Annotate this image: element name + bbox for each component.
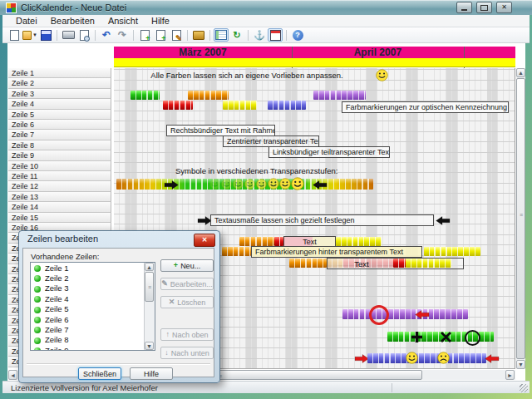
close-button[interactable]: ✕ <box>496 2 512 13</box>
toolbar-add-entry-button[interactable]: + <box>137 28 152 42</box>
rows-listbox[interactable]: ▲ ≡ ▼ Zeile 1Zeile 2Zeile 3Zeile 4Zeile … <box>30 262 155 351</box>
happy-smiley-icon[interactable] <box>268 178 279 190</box>
menu-item-bearbeiten[interactable]: Bearbeiten <box>44 16 101 26</box>
calendar-bar-orange[interactable] <box>222 247 251 256</box>
annotation-box[interactable]: Farbmarkierungen hinter transparentem Te… <box>251 246 422 258</box>
vertical-scrollbar[interactable]: ▲ ≡ ▼ <box>516 68 525 369</box>
calendar-bar-blue[interactable] <box>268 101 306 110</box>
menu-item-datei[interactable]: Datei <box>9 16 44 26</box>
vertical-scroll-thumb[interactable]: ≡ <box>516 78 525 359</box>
cross-marker-icon[interactable] <box>440 331 452 343</box>
calendar-bar-red[interactable] <box>274 237 283 246</box>
row-label[interactable]: Zeile 10 <box>8 161 111 171</box>
calendar-bar-yellow[interactable] <box>424 247 480 256</box>
dialog-close-button[interactable]: ✕ <box>194 234 215 247</box>
list-item[interactable]: Zeile 3 <box>31 283 155 293</box>
row-label[interactable]: Zeile 6 <box>8 120 111 130</box>
annotation-box[interactable]: Farbmarkierungen zur optischen Kennzeich… <box>342 101 509 113</box>
toolbar-print-button[interactable] <box>61 28 76 42</box>
toolbar-print-preview-button[interactable] <box>76 28 91 42</box>
help-button[interactable]: Hilfe <box>130 367 173 380</box>
happy-smiley-icon[interactable] <box>221 179 232 190</box>
annotation-box[interactable]: Zentrierter transparenter Text <box>223 135 319 147</box>
annotation-box[interactable]: Rechtsbündiger Text mit Rahmen <box>166 125 275 136</box>
arrow-left-icon[interactable] <box>436 216 451 225</box>
toolbar-redo-button[interactable]: ↷ <box>115 28 130 42</box>
new-row-button[interactable]: +Neu... <box>160 259 214 272</box>
toolbar-toggle-calendar-button[interactable] <box>268 28 283 42</box>
arrow-right-icon[interactable] <box>164 180 179 190</box>
resize-grip[interactable] <box>520 384 528 392</box>
happy-smiley-icon[interactable] <box>209 179 220 190</box>
plus-marker-icon[interactable] <box>411 331 423 343</box>
toolbar-add-series-button[interactable]: + <box>153 28 168 42</box>
toolbar-options-button[interactable] <box>191 28 206 42</box>
scroll-left-button[interactable]: ◄ <box>8 370 17 380</box>
toolbar-undo-button[interactable]: ↶ <box>99 28 114 42</box>
toolbar-help-button[interactable]: ? <box>290 28 305 42</box>
toolbar-anchor-button[interactable]: ⚓ <box>252 28 267 42</box>
toolbar-refresh-view-button[interactable]: ↻ <box>229 28 244 42</box>
calendar-bar-green[interactable] <box>131 91 160 100</box>
row-label[interactable]: Zeile 15 <box>8 213 111 223</box>
row-label[interactable]: Zeile 13 <box>8 192 111 202</box>
list-item[interactable]: Zeile 9 <box>31 345 155 351</box>
arrow-left-icon[interactable] <box>485 354 500 363</box>
move-up-button[interactable]: ↑Nach oben <box>160 328 214 341</box>
maximize-button[interactable] <box>476 2 492 13</box>
menu-item-hilfe[interactable]: Hilfe <box>145 16 176 26</box>
scroll-down-button[interactable]: ▼ <box>516 360 525 369</box>
annotation-box[interactable]: Linksbündiger teiltransparenter Text <box>268 146 390 158</box>
row-label[interactable]: Zeile 2 <box>8 78 111 88</box>
list-item[interactable]: Zeile 2 <box>31 273 155 283</box>
calendar-bar-red[interactable] <box>163 101 193 110</box>
list-item[interactable]: Zeile 6 <box>31 314 155 324</box>
move-down-button[interactable]: ↓Nach unten <box>160 347 214 359</box>
scroll-right-button[interactable]: ► <box>505 370 515 380</box>
row-label[interactable]: Zeile 14 <box>8 202 111 212</box>
list-item[interactable]: Zeile 8 <box>31 335 155 345</box>
calendar-bar-purple[interactable] <box>342 309 468 319</box>
toolbar-edit-entry-button[interactable]: ✎ <box>169 28 184 42</box>
calendar-bar-yellow[interactable] <box>406 259 451 268</box>
minimize-button[interactable] <box>456 2 472 13</box>
happy-smiley-icon[interactable] <box>256 179 267 190</box>
scroll-up-button[interactable]: ▲ <box>516 68 525 77</box>
row-label[interactable]: Zeile 11 <box>8 171 111 181</box>
happy-smiley-icon[interactable] <box>279 178 291 190</box>
row-label[interactable]: Zeile 12 <box>8 181 111 191</box>
happy-smiley-icon[interactable] <box>406 352 418 364</box>
close-dialog-button[interactable]: Schließen <box>78 367 121 380</box>
annotation-box[interactable]: Textausmaße lassen sich gezielt festlege… <box>210 214 434 226</box>
arrow-left-icon[interactable] <box>415 310 430 319</box>
row-label[interactable]: Zeile 5 <box>8 110 111 120</box>
happy-smiley-icon[interactable] <box>233 179 244 190</box>
list-item[interactable]: Zeile 7 <box>31 324 155 334</box>
toolbar-open-file-button[interactable]: ▼ <box>22 28 37 42</box>
calendar-bar-yellow[interactable] <box>223 101 257 110</box>
toolbar-save-file-button[interactable] <box>38 28 53 42</box>
calendar-bar-orange[interactable] <box>289 259 327 268</box>
arrow-left-icon[interactable] <box>313 180 328 190</box>
edit-row-button[interactable]: ✎Bearbeiten... <box>160 278 214 290</box>
calendar-bar-blue[interactable] <box>367 353 486 363</box>
calendar-bar-orange[interactable] <box>188 91 229 100</box>
circle-marker-icon[interactable] <box>369 305 389 325</box>
row-label[interactable]: Zeile 9 <box>8 150 111 160</box>
calendar-bar-purple[interactable] <box>313 91 366 100</box>
list-item[interactable]: Zeile 1 <box>31 263 155 273</box>
row-label[interactable]: Zeile 8 <box>8 140 111 150</box>
happy-smiley-icon[interactable] <box>376 69 388 81</box>
delete-row-button[interactable]: ✕Löschen <box>160 296 214 308</box>
calendar-bar-red[interactable] <box>393 259 406 268</box>
happy-smiley-icon[interactable] <box>244 179 255 190</box>
toolbar-new-file-button[interactable] <box>7 28 22 42</box>
calendar-bar-orange[interactable] <box>239 237 274 246</box>
row-label[interactable]: Zeile 1 <box>8 68 111 78</box>
sad-smiley-icon[interactable] <box>437 352 450 364</box>
menu-item-ansicht[interactable]: Ansicht <box>101 16 145 26</box>
circle-marker-icon[interactable] <box>465 330 480 346</box>
row-label[interactable]: Zeile 7 <box>8 130 111 140</box>
row-label[interactable]: Zeile 3 <box>8 89 111 99</box>
list-item[interactable]: Zeile 5 <box>31 304 155 314</box>
